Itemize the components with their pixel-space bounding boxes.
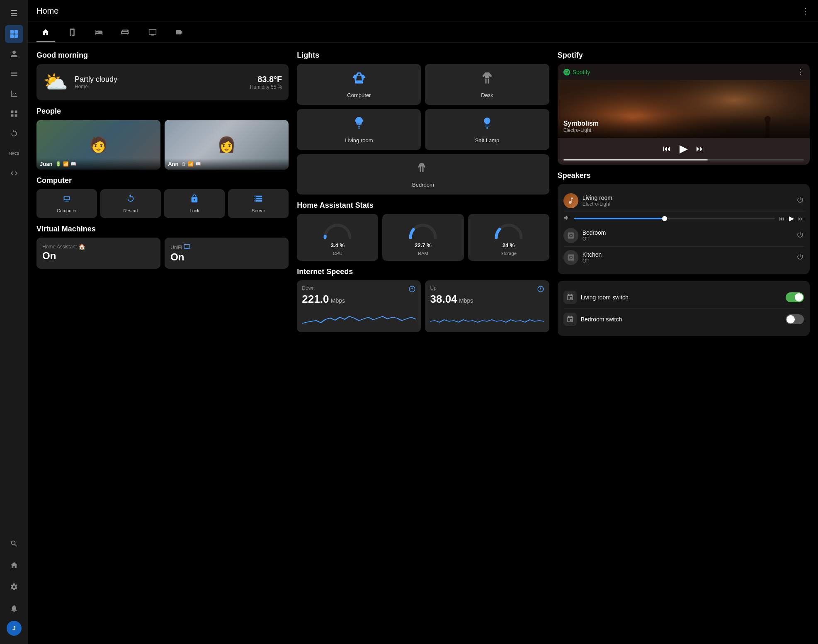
transport-next-button[interactable]: ⏭ (798, 215, 804, 222)
spotify-next-button[interactable]: ⏭ (696, 144, 704, 153)
sidebar-item-bell[interactable] (5, 599, 23, 617)
svg-rect-0 (10, 30, 14, 34)
ram-label: RAM (418, 251, 428, 256)
speaker-living-room-power[interactable] (796, 196, 804, 205)
speed-up-label: Up (430, 285, 544, 293)
speakers-label: Speakers (558, 171, 810, 180)
cpu-value: 3.4 % (331, 242, 345, 248)
speed-down-label: Down (302, 285, 416, 293)
sidebar-item-settings[interactable] (5, 578, 23, 596)
light-bedroom[interactable]: Bedroom (297, 154, 549, 194)
stat-storage: 24 % Storage (468, 214, 549, 261)
speakers-section: Speakers Living room Electro-Light (558, 171, 810, 274)
light-salt-lamp-label: Salt Lamp (475, 137, 500, 143)
sidebar: ☰ HACS (0, 0, 28, 644)
light-living-room-label: Living room (345, 137, 373, 143)
vm-unifi-label: UniFi (170, 243, 283, 251)
header: Home ⋮ (28, 0, 818, 22)
light-desk-label: Desk (481, 92, 493, 98)
switch-bedroom: Bedroom switch (563, 309, 804, 330)
person-ann[interactable]: 👩 Ann 🗑 📶 📖 (165, 120, 289, 170)
light-living-room[interactable]: Living room (297, 109, 421, 150)
light-salt-lamp[interactable]: Salt Lamp (425, 109, 549, 150)
spotify-header: Spotify ⋮ (558, 64, 810, 80)
speaker-kitchen: Kitchen Off (563, 247, 804, 268)
light-computer[interactable]: Computer (297, 64, 421, 105)
vm-ha-icon: 🏠 (78, 243, 85, 250)
speaker-living-room-name: Living room (583, 194, 792, 201)
spotify-progress-bar[interactable] (563, 159, 804, 160)
speaker-living-room-sub: Electro-Light (583, 201, 792, 207)
spotify-brand: Spotify (563, 69, 590, 75)
switch-living-room-toggle[interactable] (786, 292, 804, 302)
tab-bar (28, 22, 818, 43)
volume-slider-wrap[interactable] (574, 218, 775, 219)
spotify-play-button[interactable]: ▶ (680, 142, 688, 155)
svg-rect-3 (15, 34, 18, 38)
tab-bed2[interactable] (116, 24, 135, 42)
sidebar-item-grid[interactable] (5, 104, 23, 123)
person-juan-overlay: Juan 🔋 📶 📖 (36, 158, 160, 170)
switch-bedroom-toggle[interactable] (786, 314, 804, 324)
speaker-kitchen-power[interactable] (796, 253, 804, 262)
computer-button-lock[interactable]: Lock (164, 189, 225, 218)
transport-prev-button[interactable]: ⏮ (779, 215, 785, 222)
vm-section: Virtual Machines Home Assistant 🏠 On Uni… (36, 225, 289, 269)
lights-grid: Computer Desk Living room (297, 64, 549, 194)
computer-button-lock-label: Lock (190, 208, 199, 213)
speaker-bedroom-avatar (563, 228, 578, 243)
speaker-bedroom-power[interactable] (796, 231, 804, 240)
transport-play-button[interactable]: ▶ (789, 214, 794, 222)
tab-home[interactable] (36, 25, 55, 42)
sidebar-item-reload[interactable] (5, 124, 23, 143)
sidebar-item-code[interactable] (5, 164, 23, 182)
spotify-prev-button[interactable]: ⏮ (663, 144, 671, 153)
vm-homeassistant[interactable]: Home Assistant 🏠 On (36, 238, 160, 269)
sidebar-item-chart[interactable] (5, 85, 23, 103)
vm-unifi[interactable]: UniFi On (165, 238, 289, 269)
volume-icon (563, 214, 570, 222)
weather-temp-wrap: 83.8°F Humidity 55 % (250, 75, 282, 90)
vm-ha-status: On (42, 250, 155, 262)
sidebar-item-tools[interactable] (5, 535, 23, 553)
sidebar-bottom: J (5, 535, 23, 640)
lights-section: Lights Computer Desk (297, 51, 549, 194)
light-desk[interactable]: Desk (425, 64, 549, 105)
switch-living-room-icon (563, 291, 577, 304)
lamp-bedroom-icon (415, 161, 430, 179)
sidebar-nav: HACS (5, 25, 23, 535)
vm-label: Virtual Machines (36, 225, 289, 233)
computer-button-computer[interactable]: Computer (36, 189, 97, 218)
storage-value: 24 % (502, 242, 515, 248)
sidebar-item-hacs[interactable]: HACS (5, 144, 23, 163)
computer-button-restart-label: Restart (123, 208, 138, 213)
person-juan[interactable]: 🧑 Juan 🔋 📶 📖 (36, 120, 160, 170)
lock-icon (190, 194, 199, 206)
sidebar-item-list[interactable] (5, 65, 23, 83)
switch-living-room-name: Living room switch (581, 294, 782, 301)
sidebar-item-person[interactable] (5, 45, 23, 63)
tab-bed1[interactable] (90, 25, 108, 42)
people-grid: 🧑 Juan 🔋 📶 📖 👩 A (36, 120, 289, 170)
speaker-living-room-controls: ⏮ ▶ ⏭ (563, 212, 804, 225)
tab-camera[interactable] (170, 25, 188, 42)
speaker-kitchen-name: Kitchen (583, 251, 792, 258)
light-computer-label: Computer (347, 92, 371, 98)
tab-mobile[interactable] (63, 25, 81, 42)
switches-card: Living room switch Bedroom switch (558, 281, 810, 336)
speed-up-chart (430, 309, 544, 327)
user-avatar[interactable]: J (7, 621, 22, 636)
computer-button-restart[interactable]: Restart (100, 189, 161, 218)
tab-tv[interactable] (143, 25, 162, 42)
sidebar-item-home2[interactable] (5, 556, 23, 574)
vm-ha-label: Home Assistant 🏠 (42, 243, 155, 250)
sidebar-item-dashboard[interactable] (5, 25, 23, 43)
menu-icon[interactable]: ☰ (6, 4, 22, 22)
spotify-more-button[interactable]: ⋮ (797, 68, 804, 76)
computer-label: Computer (36, 176, 289, 185)
computer-button-server[interactable]: Server (228, 189, 289, 218)
speaker-living-room-info: Living room Electro-Light (583, 194, 792, 207)
speakers-card: Living room Electro-Light (558, 184, 810, 274)
header-more-icon[interactable]: ⋮ (801, 6, 810, 16)
speaker-kitchen-avatar (563, 250, 578, 265)
